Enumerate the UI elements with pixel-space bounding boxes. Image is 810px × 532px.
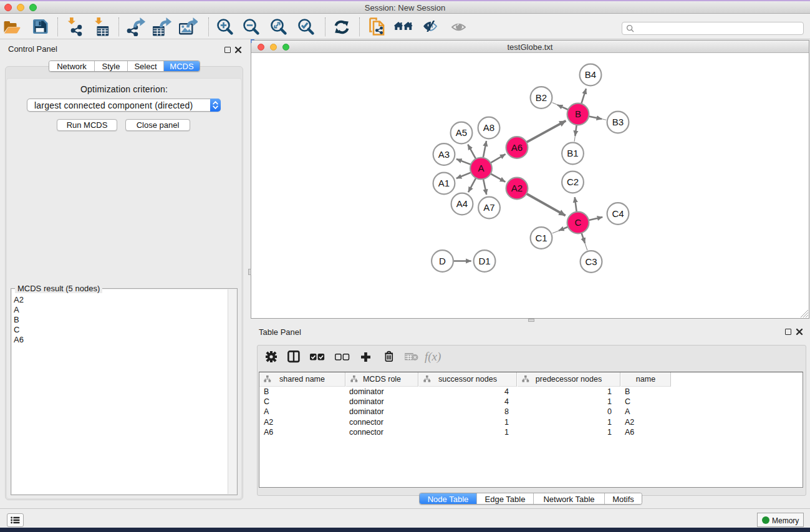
svg-text:A7: A7 [483,202,494,213]
svg-text:A4: A4 [456,198,468,209]
svg-text:B: B [575,109,581,119]
svg-text:C2: C2 [567,177,579,187]
svg-text:B2: B2 [536,92,547,103]
svg-text:A2: A2 [511,183,523,193]
svg-text:C: C [575,217,582,228]
svg-text:B3: B3 [612,117,624,127]
svg-text:A: A [478,163,484,173]
svg-text:A6: A6 [511,142,523,153]
svg-text:C3: C3 [585,256,597,267]
svg-text:C4: C4 [612,208,624,219]
svg-text:A8: A8 [483,122,494,133]
svg-text:B4: B4 [585,69,596,80]
svg-text:B1: B1 [567,148,578,158]
svg-text:A1: A1 [438,178,450,188]
svg-text:C1: C1 [535,233,547,243]
svg-text:A3: A3 [438,149,450,160]
svg-text:D: D [439,256,446,266]
svg-text:D1: D1 [478,256,490,266]
svg-text:A5: A5 [456,127,467,138]
